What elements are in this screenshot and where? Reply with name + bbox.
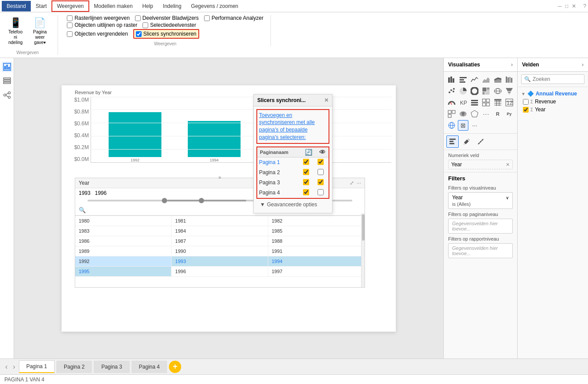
menu-modellen-maken[interactable]: Modellen maken xyxy=(89,1,138,11)
tab-nav-next[interactable]: › xyxy=(11,363,17,371)
year-1985[interactable]: 1985 xyxy=(268,226,365,236)
viz-table[interactable] xyxy=(493,97,503,108)
menu-start[interactable]: Start xyxy=(31,1,51,11)
tab-pagina2[interactable]: Pagina 2 xyxy=(56,361,92,373)
year-1984[interactable]: 1984 xyxy=(172,226,268,236)
tab-nav-prev[interactable]: ‹ xyxy=(4,363,9,371)
slicer-scrollbar[interactable] xyxy=(362,214,365,241)
pagina1-name[interactable]: Pagina 1 xyxy=(257,157,301,168)
viz-scatter[interactable] xyxy=(446,86,457,96)
sync-message-link[interactable]: pagina's xyxy=(259,127,278,133)
viz-stacked-area[interactable] xyxy=(493,74,503,85)
filter-year-header[interactable]: Year ∨ xyxy=(452,194,509,201)
deelvenster-bladwijzers-input[interactable] xyxy=(135,15,141,21)
performance-analyzer-input[interactable] xyxy=(204,15,210,21)
year-1987[interactable]: 1987 xyxy=(172,236,268,246)
year-1997[interactable]: 1997 xyxy=(268,267,365,277)
slider-thumb-right[interactable] xyxy=(199,198,204,203)
pagina1-view[interactable] xyxy=(318,159,324,165)
fields-search-input[interactable] xyxy=(533,76,581,82)
tab-pagina3[interactable]: Pagina 3 xyxy=(94,361,129,373)
menu-help[interactable]: Help xyxy=(138,1,158,11)
viz-slicer[interactable] xyxy=(469,97,480,108)
rasterlijnen-input[interactable] xyxy=(67,15,73,21)
year-1995[interactable]: 1995 xyxy=(75,267,172,277)
viz-panel-expand[interactable]: › xyxy=(511,62,513,68)
rasterlijnen-checkbox[interactable]: Rasterlijnen weergeven xyxy=(67,15,129,21)
fields-item-year[interactable]: Σ Year xyxy=(519,106,586,113)
year-1980[interactable]: 1980 xyxy=(75,216,172,226)
paginaweergave-btn[interactable]: 📄 Paginaweergave▾ xyxy=(29,15,51,48)
viz-more[interactable]: ··· xyxy=(481,109,491,119)
year-1988[interactable]: 1988 xyxy=(268,236,365,246)
viz-dots-more[interactable]: ··· xyxy=(469,120,480,131)
menu-bestand[interactable]: Bestand xyxy=(2,1,31,11)
selectiedeelvenster-checkbox[interactable]: Selectiedeelvenster xyxy=(142,22,196,28)
performance-analyzer-checkbox[interactable]: Performance Analyzer xyxy=(204,15,263,21)
viz-r[interactable]: R xyxy=(493,109,503,119)
year-1998[interactable]: 1998 xyxy=(75,277,172,277)
pagina2-sync[interactable] xyxy=(303,169,309,175)
analytics-format-icon[interactable] xyxy=(475,135,487,148)
viz-active-x[interactable]: ⊠ xyxy=(458,120,468,131)
viz-donut[interactable] xyxy=(469,86,480,96)
tab-pagina1[interactable]: Pagina 1 xyxy=(19,360,55,373)
viz-globe[interactable] xyxy=(446,120,457,131)
viz-map[interactable] xyxy=(493,86,503,96)
viz-multicard[interactable] xyxy=(446,109,457,119)
fields-group-header[interactable]: ▼ 🔷 Annual Revenue xyxy=(519,90,586,98)
pagina3-view[interactable] xyxy=(318,179,324,185)
slicers-synchroniseren-input[interactable] xyxy=(136,31,142,37)
pagina2-name[interactable]: Pagina 2 xyxy=(257,168,301,178)
viz-shape-map[interactable] xyxy=(469,109,480,119)
help-icon[interactable]: ? xyxy=(583,3,586,9)
objecten-vergrendelen-input[interactable] xyxy=(67,31,73,37)
pagina4-view[interactable] xyxy=(318,189,324,195)
model-icon[interactable] xyxy=(2,90,12,100)
numeric-field-value[interactable]: Year ✕ xyxy=(448,160,513,169)
pagina3-sync[interactable] xyxy=(303,179,309,185)
paint-format-icon[interactable] xyxy=(460,135,473,148)
viz-stacked-bar[interactable] xyxy=(446,74,457,85)
viz-kpi[interactable]: KPI xyxy=(458,97,468,108)
year-1994[interactable]: 1994 xyxy=(268,256,365,267)
year-1999[interactable]: 1999 xyxy=(172,277,268,277)
slicers-synchroniseren-checkbox[interactable]: Slicers synchroniseren xyxy=(133,29,199,39)
tab-pagina4[interactable]: Pagina 4 xyxy=(131,361,167,373)
pagina1-sync[interactable] xyxy=(303,159,309,165)
slicer-more-icon[interactable]: ··· xyxy=(357,180,361,186)
fields-format-icon[interactable] xyxy=(446,135,459,148)
year-1992[interactable]: 1992 xyxy=(75,256,172,267)
filter-year-item[interactable]: Year ∨ is (Alles) xyxy=(448,192,513,209)
viz-matrix[interactable] xyxy=(481,97,491,108)
window-close-icon[interactable]: ✕ xyxy=(572,3,576,9)
year-1991[interactable]: 1991 xyxy=(268,246,365,256)
pagina4-name[interactable]: Pagina 4 xyxy=(257,188,301,198)
viz-area[interactable] xyxy=(481,74,491,85)
data-icon[interactable] xyxy=(2,76,12,86)
objecten-vergrendelen-checkbox[interactable]: Objecten vergrendelen xyxy=(67,31,128,37)
revenue-checkbox[interactable] xyxy=(523,99,529,105)
menu-weergeven[interactable]: Weergeven xyxy=(51,0,89,12)
slicers-panel-close[interactable]: ✕ xyxy=(324,97,329,103)
objecten-uitlijnen-input[interactable] xyxy=(67,22,73,28)
viz-card[interactable]: 123 xyxy=(504,97,515,108)
slicer-expand-icon[interactable]: ⤢ xyxy=(350,180,354,186)
selectiedeelvenster-input[interactable] xyxy=(142,22,148,28)
objecten-uitlijnen-checkbox[interactable]: Objecten uitlijnen op raster xyxy=(67,22,137,28)
window-restore-icon[interactable]: □ xyxy=(565,3,568,9)
viz-funnel[interactable] xyxy=(504,86,515,96)
pagina2-view[interactable] xyxy=(318,169,324,175)
year-1986[interactable]: 1986 xyxy=(75,236,172,246)
year-1982[interactable]: 1982 xyxy=(268,216,365,226)
year-checkbox[interactable] xyxy=(523,107,529,113)
viz-gauge[interactable] xyxy=(446,97,457,108)
year-1989[interactable]: 1989 xyxy=(75,246,172,256)
viz-treemap[interactable] xyxy=(481,86,491,96)
advanced-options[interactable]: ▼ Geavanceerde opties xyxy=(256,199,329,210)
year-1990[interactable]: 1990 xyxy=(172,246,268,256)
year-1983[interactable]: 1983 xyxy=(75,226,172,236)
viz-py[interactable]: Py xyxy=(504,109,515,119)
pagina3-name[interactable]: Pagina 3 xyxy=(257,178,301,188)
menu-gegevens-zoomen[interactable]: Gegevens / zoomen xyxy=(186,1,243,11)
